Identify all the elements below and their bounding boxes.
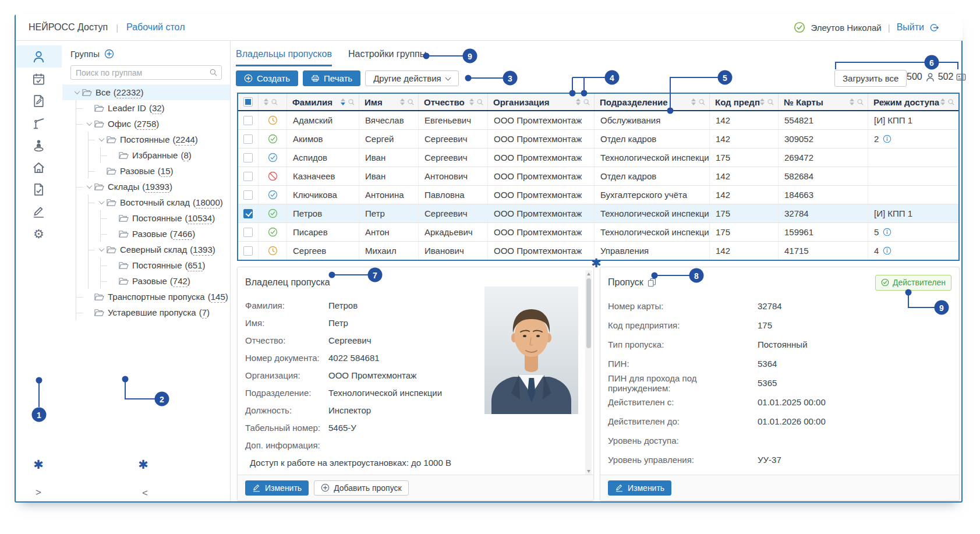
table-row[interactable]: ПисаревАнтонАркадьевичООО ПромтехмонтажТ… (238, 223, 958, 242)
search-icon[interactable] (947, 98, 955, 106)
chevron-down-icon[interactable] (96, 198, 107, 207)
sidebar-item-settings[interactable]: ⚙ (16, 222, 62, 245)
load-all-button[interactable]: Загрузить все (834, 70, 907, 87)
sort-icon[interactable] (400, 98, 405, 105)
row-checkbox-checked[interactable] (243, 209, 253, 218)
row-checkbox[interactable] (243, 135, 253, 144)
sidebar-item-requests[interactable] (16, 90, 62, 112)
more-actions-button[interactable]: Другие действия (365, 70, 459, 86)
table-row[interactable]: АдамскийВячеславЕвгеньевичООО Промтехмон… (238, 111, 958, 130)
tree-item[interactable]: Разовые742 (62, 273, 230, 289)
tree-item[interactable]: Северный склад1393 (62, 242, 230, 257)
tree-item[interactable]: Восточный склад18000 (62, 194, 230, 210)
groups-collapse-toggle[interactable]: < (142, 487, 148, 499)
tree-item[interactable]: Постоянные651 (62, 257, 230, 273)
sidebar-item-documents[interactable] (16, 178, 62, 200)
column-access-mode[interactable]: Режим доступа (868, 94, 958, 110)
row-checkbox[interactable] (243, 190, 253, 200)
row-checkbox[interactable] (243, 116, 253, 125)
info-icon[interactable] (883, 228, 891, 236)
desktop-link[interactable]: Рабочий стол (126, 22, 185, 33)
pass-panel: Пропуск Действителен Номер карты:32784 К… (600, 267, 960, 501)
column-company-code[interactable]: Код предпр (710, 94, 779, 110)
column-middlename[interactable]: Отчество (419, 94, 488, 110)
select-all-checkbox[interactable] (243, 97, 253, 107)
tree-item[interactable]: Транспортные пропуска145 (62, 289, 230, 305)
table-row[interactable]: АспидовИванСергеевичООО ПромтехмонтажТех… (238, 148, 958, 167)
chevron-down-icon[interactable] (72, 88, 82, 97)
sidebar-item-edit[interactable] (16, 200, 62, 222)
column-organization[interactable]: Организация (488, 94, 595, 110)
chevron-down-icon[interactable] (96, 245, 107, 254)
info-icon[interactable] (883, 135, 891, 143)
info-icon[interactable] (883, 246, 891, 255)
search-icon[interactable] (476, 98, 484, 106)
tab-group-settings[interactable]: Настройки группы (348, 49, 426, 66)
sort-icon[interactable] (940, 98, 945, 105)
tree-item[interactable]: Офис2758 (62, 116, 230, 132)
copy-cards-icon[interactable] (648, 278, 656, 287)
table-row-selected[interactable]: ПетровПетрСергеевичООО ПромтехмонтажТехн… (238, 204, 958, 223)
sort-icon[interactable] (760, 98, 765, 105)
column-lastname[interactable]: Фамилия (287, 94, 359, 110)
row-checkbox[interactable] (243, 246, 253, 256)
search-icon[interactable] (698, 98, 706, 106)
logout-link[interactable]: Выйти (897, 22, 924, 33)
sort-icon[interactable] (341, 98, 345, 105)
sidebar-item-visitors[interactable] (16, 134, 62, 156)
scroll-down-icon[interactable] (587, 470, 590, 473)
row-checkbox[interactable] (243, 153, 253, 162)
sidebar-item-pass-owners[interactable] (16, 45, 62, 68)
sort-icon[interactable] (691, 98, 696, 105)
owner-panel-scrollbar[interactable] (585, 270, 592, 475)
tree-item[interactable]: Разовые15 (62, 163, 230, 179)
add-pass-button[interactable]: Добавить пропуск (314, 480, 408, 496)
logout-icon[interactable] (929, 23, 939, 33)
tree-item[interactable]: Постоянные2244 (62, 132, 230, 147)
tree-item[interactable]: Склады19393 (62, 179, 230, 194)
search-icon[interactable] (271, 98, 278, 106)
sidebar-expand-toggle[interactable]: > (36, 487, 41, 498)
column-firstname[interactable]: Имя (359, 94, 419, 110)
create-button[interactable]: Создать (236, 70, 298, 86)
edit-owner-button[interactable]: Изменить (245, 480, 309, 496)
tree-item[interactable]: Постоянные10534 (62, 210, 230, 226)
row-checkbox[interactable] (243, 172, 253, 181)
sidebar-item-checkpoint[interactable] (16, 112, 62, 134)
search-icon[interactable] (348, 98, 355, 106)
tree-item[interactable]: Избранные8 (62, 147, 230, 163)
search-icon[interactable] (767, 98, 774, 106)
column-department[interactable]: Подразделение (595, 94, 710, 110)
tree-item[interactable]: Leader ID32 (62, 100, 230, 116)
table-row[interactable]: КлючиковаАнтонинаПавловнаООО Промтехмонт… (238, 186, 958, 204)
table-row[interactable]: КазначеевИванАнтоновичООО ПромтехмонтажО… (238, 167, 958, 186)
sort-icon[interactable] (850, 98, 854, 105)
sort-icon[interactable] (264, 98, 268, 105)
group-search-input[interactable] (70, 65, 222, 80)
sidebar-item-schedule[interactable] (16, 68, 62, 90)
chevron-down-icon[interactable] (96, 135, 107, 144)
add-group-icon[interactable] (104, 49, 114, 59)
search-icon[interactable] (209, 68, 218, 77)
tree-item[interactable]: Все22332 (62, 84, 230, 100)
sidebar-item-home[interactable] (16, 156, 62, 178)
scrollbar-thumb[interactable] (586, 278, 591, 348)
search-icon[interactable] (857, 98, 864, 106)
scroll-up-icon[interactable] (587, 273, 590, 275)
callout-6: 6 (925, 55, 939, 70)
sort-icon[interactable] (469, 98, 474, 105)
search-icon[interactable] (407, 98, 415, 106)
table-row[interactable]: АкимовСергейСергеевичООО ПромтехмонтажОт… (238, 130, 958, 148)
tree-item[interactable]: Устаревшие пропуска7 (62, 305, 230, 320)
tree-item[interactable]: Разовые7466 (62, 226, 230, 242)
edit-pass-button[interactable]: Изменить (608, 480, 671, 496)
column-card-number[interactable]: № Карты (779, 94, 868, 110)
tab-pass-owners[interactable]: Владельцы пропусков (236, 49, 332, 66)
row-checkbox[interactable] (243, 228, 253, 237)
print-button[interactable]: Печать (303, 70, 360, 86)
column-status[interactable] (259, 94, 287, 110)
sort-icon[interactable] (576, 98, 581, 105)
search-icon[interactable] (583, 98, 590, 106)
chevron-down-icon[interactable] (84, 119, 94, 129)
chevron-down-icon[interactable] (84, 182, 94, 192)
